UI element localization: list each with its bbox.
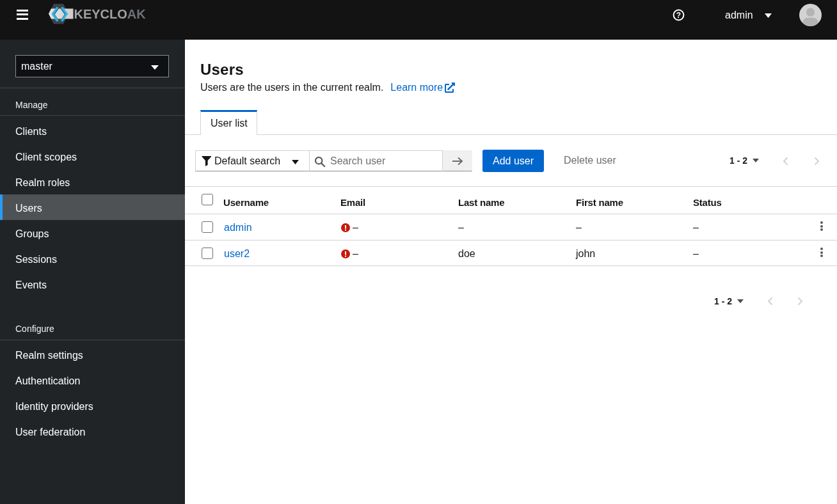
svg-text:?: ? (676, 11, 681, 20)
svg-text:KEYCLOAK: KEYCLOAK (74, 7, 147, 21)
